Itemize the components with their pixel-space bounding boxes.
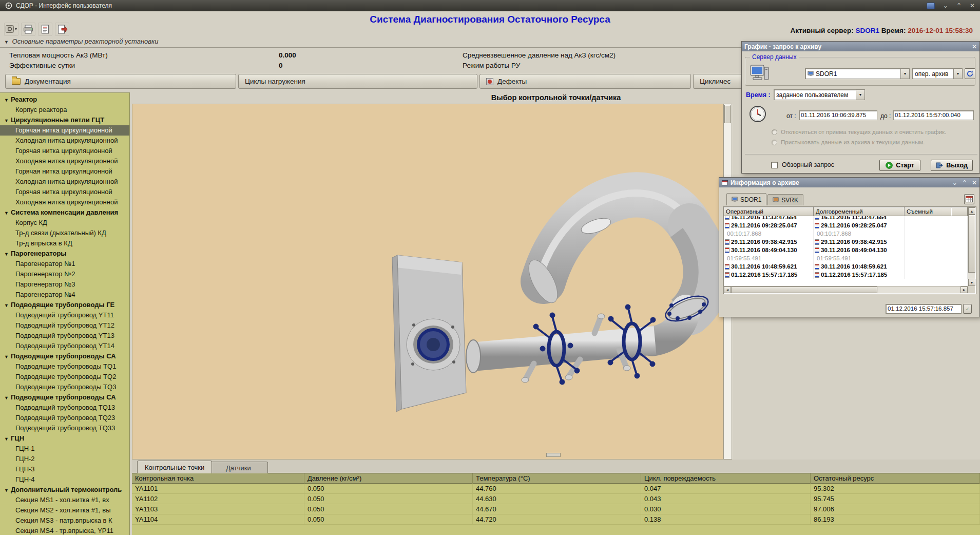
support-plate[interactable]: [392, 255, 466, 412]
maximize-button[interactable]: ⌃: [956, 3, 962, 9]
tree-item[interactable]: Горячая нитка циркуляционной: [0, 187, 129, 197]
close-button[interactable]: ✕: [970, 3, 975, 9]
tree-item[interactable]: Тр-д впрыска в КД: [0, 238, 129, 249]
nav-tab-1[interactable]: Документация: [5, 74, 236, 89]
column-header[interactable]: Давление (кг/см²): [304, 473, 473, 484]
tree-item[interactable]: Холодная нитка циркуляционной: [0, 136, 129, 146]
time-mode-select[interactable]: заданное пользователем ▼: [774, 89, 865, 100]
tree-item[interactable]: Холодная нитка циркуляционной: [0, 177, 129, 187]
report-button[interactable]: [38, 23, 52, 36]
start-button[interactable]: Старт: [879, 160, 920, 171]
archive-row[interactable]: 01.12.2016 15:57:17.18501.12.2016 15:57:…: [724, 271, 968, 279]
archive-vscrollbar[interactable]: ▲ ▼: [968, 207, 975, 286]
tree-section[interactable]: ▼Реактор: [0, 94, 129, 105]
collapse-caret-icon[interactable]: ▼: [4, 40, 9, 45]
tab-sensors[interactable]: Датчики: [209, 462, 268, 473]
archive-column-header[interactable]: Съемный: [905, 207, 951, 216]
scroll-up-icon[interactable]: ▲: [968, 207, 975, 215]
chevron-down-icon[interactable]: ▼: [856, 90, 864, 100]
tree-item[interactable]: Горячая нитка циркуляционной: [0, 166, 129, 177]
tree-item[interactable]: Подводящий трубопровод YT11: [0, 310, 129, 320]
radio-icon[interactable]: [772, 129, 777, 135]
canvas-hscroll-thumb[interactable]: [546, 453, 561, 457]
tree-item[interactable]: Горячая нитка циркуляционной: [0, 125, 129, 136]
nav-tab-2[interactable]: Циклы нагружения: [238, 74, 477, 89]
hscroll-thumb[interactable]: [731, 286, 877, 293]
tree-item[interactable]: Корпус реактора: [0, 105, 129, 115]
tree-item[interactable]: Корпус КД: [0, 218, 129, 228]
archive-row[interactable]: 00:10:17.86800:10:17.868: [724, 230, 968, 238]
radio-append[interactable]: Пристыковать данные из архива к текущим …: [772, 139, 925, 145]
tree-collapse-icon[interactable]: ▼: [4, 118, 9, 123]
close-icon[interactable]: ✕: [972, 44, 977, 50]
archive-row[interactable]: 29.11.2016 09:28:25.04729.11.2016 09:28:…: [724, 221, 968, 230]
tree-collapse-icon[interactable]: ▼: [4, 211, 9, 216]
archive-grid-icon[interactable]: [964, 194, 974, 204]
tree-collapse-icon[interactable]: ▼: [4, 488, 9, 493]
tree-collapse-icon[interactable]: ▼: [4, 436, 9, 442]
tab-control-points[interactable]: Контрольные точки: [137, 461, 212, 473]
tree-item[interactable]: Парогенератор №4: [0, 290, 129, 300]
tree-item[interactable]: Подводящий трубопровод TQ33: [0, 423, 129, 433]
params-section-header[interactable]: ▼ Основные параметры реакторной установк…: [4, 37, 158, 45]
column-header[interactable]: Остаточный ресурс: [811, 473, 980, 484]
tree-item[interactable]: Подводящий трубопровод YT14: [0, 341, 129, 351]
tree-item[interactable]: Подводящие трубопроводы TQ3: [0, 382, 129, 392]
tree-item[interactable]: Подводящий трубопровод TQ23: [0, 413, 129, 423]
tree-item[interactable]: Секция MS4 - тр.впрыска, YP11: [0, 526, 129, 535]
archive-row[interactable]: 01:59:55.49101:59:55.491: [724, 254, 968, 262]
radio-icon[interactable]: [772, 140, 777, 145]
tree-section[interactable]: ▼Подводящие трубопроводы СА: [0, 351, 129, 361]
tree-collapse-icon[interactable]: ▼: [4, 98, 9, 103]
export-button[interactable]: [55, 23, 69, 36]
refresh-button[interactable]: [965, 68, 975, 79]
tree-collapse-icon[interactable]: ▼: [4, 395, 9, 400]
tree-item[interactable]: Подводящие трубопроводы TQ1: [0, 361, 129, 372]
pipe-3d-model[interactable]: [132, 104, 723, 460]
exit-button[interactable]: Выход: [931, 160, 973, 171]
to-datetime-input[interactable]: 01.12.2016 15:57:00.040: [893, 110, 974, 120]
archive-type-select[interactable]: опер. архив ▼: [912, 68, 963, 79]
tree-item[interactable]: Подводящий трубопровод YT12: [0, 320, 129, 331]
minimize-icon[interactable]: ⌄: [952, 180, 957, 186]
tree-collapse-icon[interactable]: ▼: [4, 354, 9, 359]
scroll-right-icon[interactable]: ►: [960, 286, 968, 293]
graph-dialog-titlebar[interactable]: График - запрос к архиву ✕: [742, 42, 979, 51]
tree-item[interactable]: Подводящие трубопроводы TQ2: [0, 372, 129, 382]
archive-row[interactable]: 16.11.2016 11:33:47.65416.11.2016 11:33:…: [724, 216, 968, 221]
column-header[interactable]: Контрольная точка: [132, 473, 304, 484]
vscroll-thumb[interactable]: [968, 215, 975, 273]
tree-item[interactable]: Секция MS3 - патр.впрыска в К: [0, 515, 129, 526]
settings-split-button[interactable]: [4, 23, 18, 36]
tree-item[interactable]: Тр-д связи (дыхательный) КД: [0, 228, 129, 238]
tree-item[interactable]: Парогенератор №3: [0, 279, 129, 290]
archive-row[interactable]: 29.11.2016 09:38:42.91529.11.2016 09:38:…: [724, 238, 968, 246]
tree-section[interactable]: ▼Система компенсации давления: [0, 207, 129, 218]
table-row[interactable]: YA11030.05044.6700.03097.006: [132, 504, 980, 514]
tree-item[interactable]: Подводящий трубопровод TQ13: [0, 403, 129, 413]
scroll-down-icon[interactable]: ▼: [968, 279, 975, 286]
maximize-icon[interactable]: ⌃: [962, 180, 967, 186]
nav-tab-3[interactable]: Дефекты: [479, 74, 691, 89]
archive-hscrollbar[interactable]: ◄ ►: [724, 286, 968, 293]
tab-sdor1[interactable]: SDOR1: [726, 193, 766, 205]
tree-collapse-icon[interactable]: ▼: [4, 252, 9, 257]
tab-svrk[interactable]: SVRK: [767, 194, 803, 205]
tree-section[interactable]: ▼ГЦН: [0, 433, 129, 444]
confirm-button[interactable]: ✓: [963, 304, 972, 314]
table-row[interactable]: YA11020.05044.6300.04395.745: [132, 494, 980, 504]
table-row[interactable]: YA11010.05044.7600.04795.302: [132, 484, 980, 494]
tree-item[interactable]: Холодная нитка циркуляционной: [0, 156, 129, 166]
close-icon[interactable]: ✕: [972, 180, 977, 186]
tree-item[interactable]: Парогенератор №1: [0, 259, 129, 269]
from-datetime-input[interactable]: 01.11.2016 10:06:39.875: [799, 110, 877, 120]
overview-checkbox[interactable]: Обзорный запрос: [771, 161, 834, 168]
tree-item[interactable]: Холодная нитка циркуляционной: [0, 197, 129, 207]
canvas-vscroll-thumb[interactable]: [724, 105, 731, 123]
archive-row[interactable]: 30.11.2016 08:49:04.13030.11.2016 08:49:…: [724, 246, 968, 254]
chevron-down-icon[interactable]: ▼: [900, 69, 909, 79]
tree-item[interactable]: Подводящий трубопровод YT13: [0, 331, 129, 341]
tree-collapse-icon[interactable]: ▼: [4, 303, 9, 308]
column-header[interactable]: Температура (°С): [473, 473, 641, 484]
radio-disconnect[interactable]: Отключиться от приема текущих данных и о…: [772, 129, 946, 135]
